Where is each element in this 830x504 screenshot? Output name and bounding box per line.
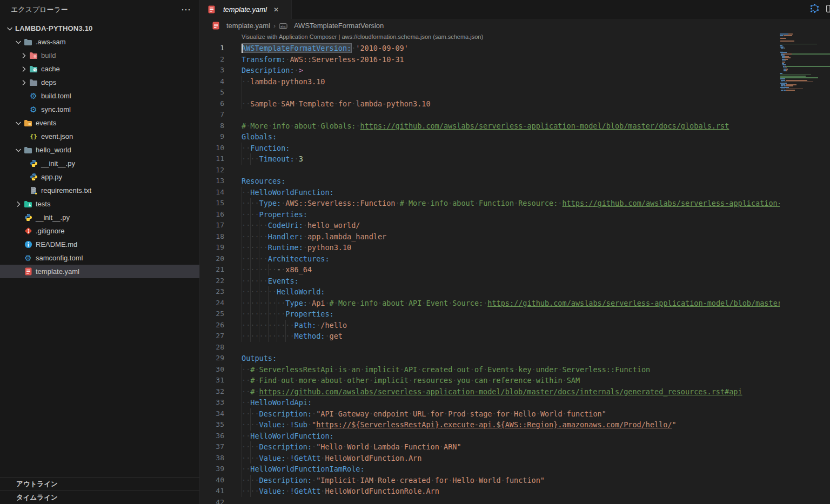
code-line-11[interactable]: 11····Timeout:·3 xyxy=(200,153,780,165)
code-token: HelloWorldFunctionRole.Arn xyxy=(325,487,439,495)
tree-item-hello-world[interactable]: hello_world xyxy=(0,143,199,157)
split-editor-icon[interactable] xyxy=(826,5,830,15)
code-line-31[interactable]: 31··#·Find·out·more·about·other·implicit… xyxy=(200,375,780,386)
code-line-3[interactable]: 3Description:·> xyxy=(200,65,780,76)
code-line-18[interactable]: 18······Handler:·app.lambda_handler xyxy=(200,231,780,243)
minimap[interactable] xyxy=(780,33,830,92)
tree-item-cache[interactable]: cache xyxy=(0,62,199,76)
code-token: hello_world/ xyxy=(307,221,360,230)
code-line-25[interactable]: 25··········Properties: xyxy=(200,308,780,320)
code-line-8[interactable]: 8#·More·info·about·Globals:·https://gith… xyxy=(200,120,780,132)
tree-item-sync.toml[interactable]: ⚙sync.toml xyxy=(0,103,199,116)
tree-item-events[interactable]: events xyxy=(0,116,199,130)
code-line-21[interactable]: 21········-·x86_64 xyxy=(200,264,780,275)
code-line-12[interactable]: 12 xyxy=(200,165,780,176)
code-link[interactable]: https://github.com/awslabs/serverless-ap… xyxy=(562,199,780,207)
code-link[interactable]: https://github.com/awslabs/serverless-ap… xyxy=(360,122,729,130)
tree-item-.gitignore[interactable]: .gitignore xyxy=(0,224,199,238)
code-line-16[interactable]: 16····Properties: xyxy=(200,209,780,220)
tree-item-samconfig.toml[interactable]: ⚙samconfig.toml xyxy=(0,251,199,265)
tree-item--init-.py[interactable]: __init__.py xyxy=(0,211,199,224)
tree-item-build.toml[interactable]: ⚙build.toml xyxy=(0,89,199,103)
code-link[interactable]: https://github.com/awslabs/serverless-ap… xyxy=(259,387,742,396)
code-line-19[interactable]: 19······Runtime:·python3.10 xyxy=(200,242,780,253)
code-line-9[interactable]: 9Globals: xyxy=(200,131,780,143)
code-line-6[interactable]: 6··Sample·SAM·Template·for·lambda-python… xyxy=(200,98,780,110)
code-line-24[interactable]: 24··········Type:·Api·#·More·info·about·… xyxy=(200,298,780,309)
tab-template-yaml[interactable]: template.yaml ✕ xyxy=(200,0,292,19)
tree-item-label: cache xyxy=(41,65,60,73)
code-line-27[interactable]: 27············Method:·get xyxy=(200,331,780,342)
more-actions-icon[interactable]: ⋯ xyxy=(181,7,191,12)
code-line-26[interactable]: 26············Path:·/hello xyxy=(200,320,780,331)
code-line-content xyxy=(242,109,780,120)
breadcrumb-separator: › xyxy=(273,22,276,30)
code-line-33[interactable]: 33··HelloWorldApi: xyxy=(200,397,780,408)
code-line-38[interactable]: 38····Value:·!GetAtt·HelloWorldFunction.… xyxy=(200,453,780,464)
line-number: 38 xyxy=(200,453,224,464)
folder-icon xyxy=(24,146,32,154)
code-token: Description: xyxy=(259,409,312,418)
code-line-15[interactable]: 15····Type:·AWS::Serverless::Function·#·… xyxy=(200,198,780,209)
whitespace-dot: · xyxy=(334,99,338,108)
whitespace-dot: ·· xyxy=(242,465,250,473)
code-link[interactable]: https://github.com/awslabs/serverless-ap… xyxy=(487,299,780,307)
code-line-34[interactable]: 34····Description:·"API·Gateway·endpoint… xyxy=(200,408,780,420)
code-line-13[interactable]: 13Resources: xyxy=(200,176,780,187)
code-token: # xyxy=(330,299,334,307)
breadcrumb-symbol[interactable]: AWSTemplateFormatVersion xyxy=(294,22,384,30)
code-line-35[interactable]: 35····Value:·!Sub·"https://${ServerlessR… xyxy=(200,419,780,431)
codelens-link[interactable]: Visualize with Application Composer | aw… xyxy=(242,32,830,43)
timeline-section[interactable]: タイムライン xyxy=(0,490,199,504)
code-line-32[interactable]: 32··#·https://github.com/awslabs/serverl… xyxy=(200,386,780,398)
code-line-10[interactable]: 10··Function: xyxy=(200,143,780,154)
tree-item-requirements.txt[interactable]: requirements.txt xyxy=(0,184,199,197)
tree-item-tests[interactable]: tests xyxy=(0,197,199,211)
code-line-17[interactable]: 17······CodeUri:·hello_world/ xyxy=(200,220,780,231)
code-line-40[interactable]: 40····Description:·"Implicit·IAM·Role·cr… xyxy=(200,475,780,486)
code-line-14[interactable]: 14··HelloWorldFunction: xyxy=(200,187,780,198)
tree-item-build[interactable]: build xyxy=(0,49,199,62)
code-line-37[interactable]: 37····Description:·"Hello·World·Lambda·F… xyxy=(200,441,780,453)
code-line-30[interactable]: 30··#·ServerlessRestApi·is·an·implicit·A… xyxy=(200,364,780,375)
code-line-1[interactable]: 1AWSTemplateFormatVersion:·'2010-09-09' xyxy=(200,43,780,54)
code-line-28[interactable]: 28 xyxy=(200,342,780,353)
close-icon[interactable]: ✕ xyxy=(273,6,279,13)
code-line-41[interactable]: 41····Value:·!GetAtt·HelloWorldFunctionR… xyxy=(200,486,780,497)
tree-item--init-.py[interactable]: __init__.py xyxy=(0,157,199,170)
code-token: !Sub xyxy=(290,420,307,429)
code-line-22[interactable]: 22······Events: xyxy=(200,275,780,287)
python-icon xyxy=(24,213,32,222)
text-cursor xyxy=(242,44,243,53)
code-line-2[interactable]: 2Transform:·AWS::Serverless-2016-10-31 xyxy=(200,54,780,65)
tree-item-app.py[interactable]: app.py xyxy=(0,170,199,184)
code-line-29[interactable]: 29Outputs: xyxy=(200,353,780,364)
code-line-42[interactable]: 42 xyxy=(200,497,780,504)
code-line-4[interactable]: 4··lambda-python3.10 xyxy=(200,76,780,88)
tree-item-event.json[interactable]: {}event.json xyxy=(0,130,199,143)
whitespace-dot: · xyxy=(400,442,404,451)
code-link[interactable]: https://${ServerlessRestApi}.execute-api… xyxy=(316,420,672,429)
git-icon xyxy=(24,227,32,236)
infrastructure-composer-icon[interactable] xyxy=(809,3,820,16)
breadcrumb-file[interactable]: template.yaml xyxy=(226,22,270,30)
code-line-7[interactable]: 7 xyxy=(200,109,780,120)
line-number: 19 xyxy=(200,242,224,253)
whitespace-dot: · xyxy=(255,376,259,385)
tree-item-lambda-python3.10[interactable]: LAMBDA-PYTHON3.10 xyxy=(0,22,199,35)
code-line-20[interactable]: 20······Architectures: xyxy=(200,253,780,265)
code-line-23[interactable]: 23········HelloWorld: xyxy=(200,286,780,298)
code-line-5[interactable]: 5 xyxy=(200,87,780,98)
code-token: ServerlessRestApi xyxy=(259,365,334,374)
code-token: HelloWorld: xyxy=(277,287,325,296)
code-line-36[interactable]: 36··HelloWorldFunction: xyxy=(200,431,780,442)
tree-item-label: hello_world xyxy=(36,146,71,154)
tree-item-.aws-sam[interactable]: .aws-sam xyxy=(0,35,199,49)
tree-item-deps[interactable]: deps xyxy=(0,76,199,89)
editor-actions xyxy=(798,0,830,19)
code-token: Hello xyxy=(514,409,536,418)
tree-item-template.yaml[interactable]: template.yaml xyxy=(0,265,199,278)
tree-item-readme.md[interactable]: README.md xyxy=(0,238,199,251)
code-line-39[interactable]: 39··HelloWorldFunctionIamRole: xyxy=(200,463,780,475)
outline-section[interactable]: アウトライン xyxy=(0,477,199,490)
